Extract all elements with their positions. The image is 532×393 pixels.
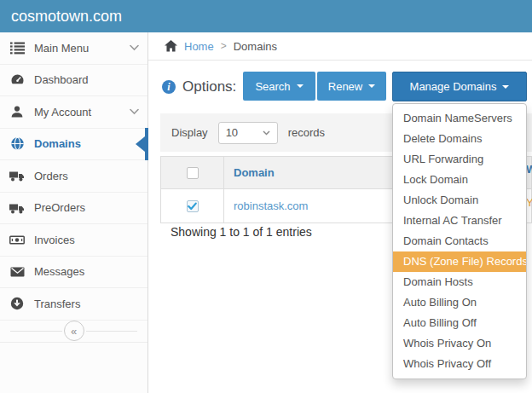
collapse-icon: « [71,326,77,337]
menu-item-domain-contacts[interactable]: Domain Contacts [393,231,526,251]
home-icon [165,40,177,52]
sidebar-item-invoices[interactable]: Invoices [0,224,147,257]
caret-down-icon [368,84,375,88]
envelope-icon [9,264,25,279]
table-summary: Showing 1 to 1 of 1 entries [171,225,312,239]
manage-domains-button-label: Manage Domains [410,80,497,93]
row-checkbox[interactable] [187,200,199,212]
breadcrumb-home-link[interactable]: Home [184,40,214,53]
select-all-cell [161,157,224,188]
breadcrumb: Home > Domains [148,32,532,61]
sidebar-item-label: Transfers [34,298,80,310]
breadcrumb-current: Domains [234,40,277,53]
sidebar-item-label: Messages [34,265,84,278]
sidebar-item-label: Domains [34,137,81,150]
sidebar-item-domains[interactable]: Domains [0,129,147,161]
options-row: i Options: [148,72,236,101]
truck-icon [9,169,25,183]
dashboard-icon [9,72,25,87]
menu-item-auto-billing-off[interactable]: Auto Billing Off [393,313,526,333]
money-icon [9,233,25,247]
menu-item-internal-ac-transfer[interactable]: Internal AC Transfer [393,211,526,231]
sidebar-item-label: Dashboard [34,73,89,86]
sidebar-item-orders[interactable]: Orders [0,160,147,193]
menu-item-whois-privacy-on[interactable]: Whois Privacy On [393,333,526,354]
sidebar-item-transfers[interactable]: Transfers [0,288,147,321]
clipped-column-header: W [526,163,532,176]
records-per-page-select[interactable]: 10 [218,122,278,144]
sidebar-item-label: Main Menu [34,42,89,55]
row-checkbox-cell [161,189,224,223]
divider [86,331,138,332]
sidebar-item-messages[interactable]: Messages [0,257,147,289]
sidebar: Main MenuDashboardMy AccountDomainsOrder… [0,32,148,393]
sidebar-item-label: My Account [34,106,91,118]
domain-link[interactable]: robinstask.com [234,199,308,212]
sidebar-item-dashboard[interactable]: Dashboard [0,65,147,97]
user-icon [9,105,25,119]
menu-item-unlock-domain[interactable]: Unlock Domain [393,190,526,211]
chevron-down-icon [130,44,139,51]
truck-icon [9,200,25,215]
menu-item-auto-billing-on[interactable]: Auto Billing On [393,292,526,313]
menu-item-domain-hosts[interactable]: Domain Hosts [393,272,526,292]
menu-item-lock-domain[interactable]: Lock Domain [393,170,526,190]
renew-button-label: Renew [328,80,362,93]
domain-column-header[interactable]: Domain [234,166,275,179]
sidebar-item-my-account[interactable]: My Account [0,96,147,129]
list-icon [9,41,25,55]
sidebar-item-label: PreOrders [34,201,85,214]
manage-domains-button[interactable]: Manage Domains [392,72,527,101]
renew-button[interactable]: Renew [317,72,386,101]
menu-item-domain-nameservers[interactable]: Domain NameServers [393,108,526,129]
select-all-checkbox[interactable] [187,167,199,179]
sidebar-item-preorders[interactable]: PreOrders [0,193,147,225]
divider [10,331,62,332]
caret-down-icon [297,84,304,88]
records-per-page-value: 10 [226,126,238,139]
app-header: cosmotown.com [0,0,532,32]
sidebar-item-label: Invoices [34,234,75,246]
manage-domains-dropdown: Domain NameServersDelete DomainsURL Forw… [392,103,527,379]
caret-down-icon [502,85,509,89]
globe-icon [9,136,25,151]
menu-item-dns-zone-file-records[interactable]: DNS (Zone File) Records [393,251,526,272]
menu-item-whois-privacy-off[interactable]: Whois Privacy Off [393,354,526,374]
breadcrumb-separator: > [221,40,227,52]
app-title: cosmotown.com [11,8,122,26]
search-button-label: Search [255,80,290,93]
arrow-circle-down-icon [9,297,25,311]
chevron-down-icon [130,108,139,115]
options-label: Options: [182,78,236,95]
sidebar-collapse-row: « [0,321,147,343]
info-icon: i [162,80,176,94]
records-label: records [288,126,325,139]
menu-item-url-forwarding[interactable]: URL Forwarding [393,149,526,170]
search-button[interactable]: Search [243,72,315,101]
display-label: Display [171,126,208,139]
menu-item-delete-domains[interactable]: Delete Domains [393,129,526,149]
sidebar-item-label: Orders [34,170,68,182]
clipped-column-value: Y [526,196,532,209]
chevron-down-icon [263,130,270,136]
collapse-sidebar-button[interactable]: « [64,321,84,341]
sidebar-item-main-menu[interactable]: Main Menu [0,32,147,65]
